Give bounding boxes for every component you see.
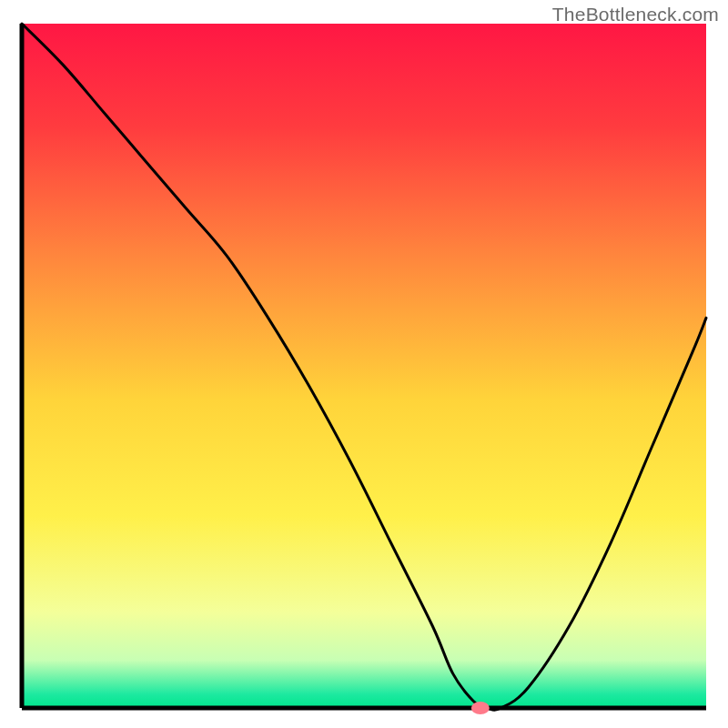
bottleneck-chart: TheBottleneck.com <box>0 0 728 728</box>
chart-svg <box>0 0 728 728</box>
watermark-text: TheBottleneck.com <box>552 4 719 25</box>
plot-background <box>22 24 706 708</box>
optimal-marker <box>471 702 490 714</box>
